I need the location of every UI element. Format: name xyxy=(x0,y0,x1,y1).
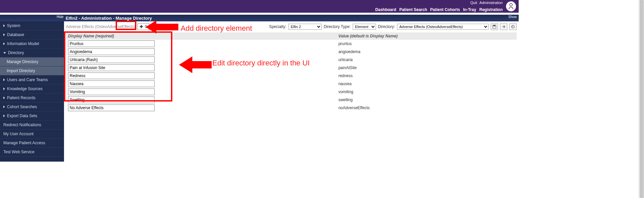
value-cell: redness xyxy=(336,72,517,80)
value-cell: painAtSite xyxy=(336,64,517,72)
sub-header: Hide Elfin2 - Administration - Manage Di… xyxy=(0,15,519,21)
sidebar-item-label: My User Account xyxy=(3,132,34,136)
sidebar-item-database[interactable]: Database xyxy=(0,30,64,39)
display-name-input[interactable] xyxy=(68,64,155,71)
sidebar-item-label: Redirect Notifications xyxy=(3,123,41,127)
layout: System Database Information Model Direct… xyxy=(0,21,519,162)
sidebar-item-label: Export Data Sets xyxy=(7,114,37,118)
nav-patient-search[interactable]: Patient Search xyxy=(399,7,427,12)
sidebar-item-information-model[interactable]: Information Model xyxy=(0,39,64,48)
sidebar-item-label: Test Web Service xyxy=(3,150,34,154)
hide-sidebar-link[interactable]: Hide xyxy=(57,15,64,19)
table-row: angioedema xyxy=(66,48,517,56)
table-row: nausea xyxy=(66,80,517,88)
refresh-icon xyxy=(511,25,515,29)
directory-type-label: Directory Type: xyxy=(324,24,350,29)
sidebar-item-directory[interactable]: Directory xyxy=(0,48,64,57)
sidebar-item-label: Manage Patient Access xyxy=(3,141,45,145)
nav-in-tray[interactable]: In-Tray xyxy=(463,7,476,12)
directory-table: Display Name (required) Value (default i… xyxy=(66,32,517,112)
sidebar-item-label: Information Model xyxy=(7,41,39,46)
sidebar-item-redirect-notifications[interactable]: Redirect Notifications xyxy=(0,121,64,130)
sidebar-item-knowledge-sources[interactable]: Knowledge Sources xyxy=(0,84,64,93)
svg-point-0 xyxy=(510,3,512,6)
page-title: Elfin2 - Administration - Manage Directo… xyxy=(66,16,152,21)
chevron-right-icon xyxy=(3,42,5,45)
display-name-input[interactable] xyxy=(68,88,155,95)
value-cell: pruritus xyxy=(336,40,517,48)
display-name-input[interactable] xyxy=(68,96,155,103)
add-element-button[interactable]: ✚ 9 xyxy=(137,23,150,30)
chevron-right-icon xyxy=(3,78,5,81)
sidebar-item-label: Database xyxy=(7,32,24,37)
value-cell: angioedema xyxy=(336,48,517,56)
refresh-button[interactable] xyxy=(509,23,517,30)
value-cell: nausea xyxy=(336,80,517,88)
chevron-down-icon xyxy=(3,52,6,54)
value-cell: vomiting xyxy=(336,88,517,96)
directory-type-select[interactable]: Element xyxy=(353,24,376,30)
avatar[interactable] xyxy=(506,1,516,11)
sidebar-item-system[interactable]: System xyxy=(0,21,64,30)
display-name-input[interactable] xyxy=(68,40,155,47)
person-icon xyxy=(508,3,514,10)
display-name-input[interactable] xyxy=(68,56,155,63)
sidebar-item-manage-patient-access[interactable]: Manage Patient Access xyxy=(0,139,64,148)
toolbar: Adverse Effects (OsteoAdverseEffects) ✚ … xyxy=(64,21,519,32)
header-nav-links: Dashboard Patient Search Patient Cohorts… xyxy=(373,7,503,12)
nav-dashboard[interactable]: Dashboard xyxy=(375,7,396,12)
sidebar: System Database Information Model Direct… xyxy=(0,21,64,162)
specialty-label: Specialty: xyxy=(269,24,286,29)
column-header-value: Value (default is Display Name) xyxy=(336,32,517,40)
sidebar-item-manage-directory[interactable]: Manage Directory xyxy=(0,57,64,66)
display-name-input[interactable] xyxy=(68,105,155,111)
table-row: redness xyxy=(66,72,517,80)
svg-rect-2 xyxy=(493,25,495,26)
sidebar-item-cohort-searches[interactable]: Cohort Searches xyxy=(0,103,64,112)
chevron-right-icon xyxy=(3,115,5,117)
value-cell: noAdverseEffects xyxy=(336,104,517,112)
show-link[interactable]: Show xyxy=(508,15,517,19)
value-cell: urticaria xyxy=(336,56,517,64)
table-row: painAtSite xyxy=(66,64,517,72)
sidebar-item-import-directory[interactable]: Import Directory xyxy=(0,66,64,75)
sidebar-item-label: Directory xyxy=(8,50,24,55)
sidebar-item-label: Patient Records xyxy=(7,95,35,100)
sidebar-item-label: Import Directory xyxy=(7,68,35,73)
value-cell: swelling xyxy=(336,96,517,104)
display-name-input[interactable] xyxy=(68,48,155,55)
directory-select[interactable]: Adverse Effects (OsteoAdverseEffects) xyxy=(397,24,489,30)
table-row: urticaria xyxy=(66,56,517,64)
chevron-right-icon xyxy=(3,106,5,108)
chevron-right-icon xyxy=(3,33,5,36)
column-header-display-name: Display Name (required) xyxy=(66,32,336,40)
chevron-right-icon xyxy=(3,87,5,90)
sidebar-item-label: Cohort Searches xyxy=(7,105,37,109)
header-top-links: Quit Administration xyxy=(469,1,503,5)
export-button[interactable] xyxy=(500,23,507,30)
sidebar-item-users-care-teams[interactable]: Users and Care Teams xyxy=(0,75,64,84)
quit-link[interactable]: Quit xyxy=(470,1,477,5)
nav-patient-cohorts[interactable]: Patient Cohorts xyxy=(430,7,460,12)
nav-registration[interactable]: Registration xyxy=(479,7,503,12)
display-name-input[interactable] xyxy=(68,80,155,87)
sidebar-item-my-user-account[interactable]: My User Account xyxy=(0,130,64,139)
sidebar-item-export-data-sets[interactable]: Export Data Sets xyxy=(0,112,64,121)
table-row: pruritus xyxy=(66,40,517,48)
sidebar-item-label: Users and Care Teams xyxy=(7,77,48,82)
table-row: swelling xyxy=(66,96,517,104)
plus-icon: ✚ xyxy=(140,24,143,29)
specialty-select[interactable]: Elfin 2 xyxy=(288,24,322,30)
sidebar-item-label: Manage Directory xyxy=(7,59,38,64)
directory-select-label: Directory: xyxy=(378,24,395,29)
save-button[interactable] xyxy=(491,23,498,30)
administration-link[interactable]: Administration xyxy=(479,1,503,5)
directory-name-label: Adverse Effects (OsteoAdverseEffects) xyxy=(66,24,135,29)
table-row: vomiting xyxy=(66,88,517,96)
directory-table-area: Display Name (required) Value (default i… xyxy=(64,32,519,112)
display-name-input[interactable] xyxy=(68,72,155,79)
save-icon xyxy=(492,25,496,29)
sidebar-item-test-web-service[interactable]: Test Web Service xyxy=(0,148,64,157)
element-count: 9 xyxy=(145,24,147,29)
sidebar-item-patient-records[interactable]: Patient Records xyxy=(0,93,64,103)
